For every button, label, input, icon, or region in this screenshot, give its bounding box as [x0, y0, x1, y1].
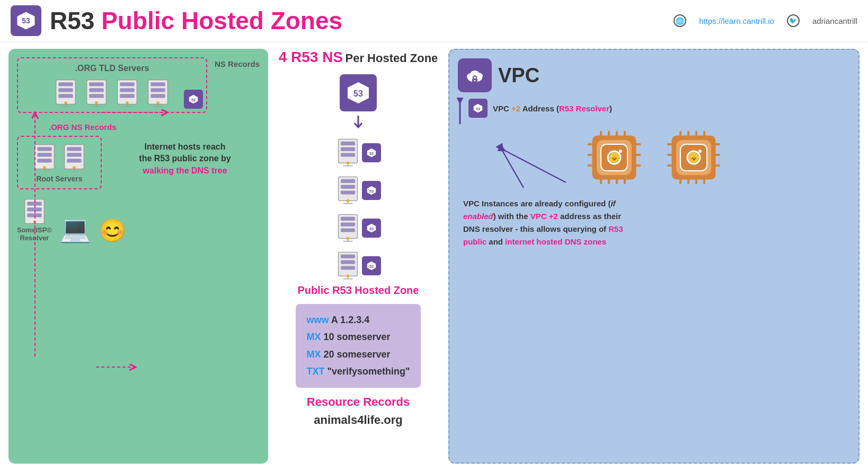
root-server-icon-2	[61, 142, 87, 171]
svg-point-19	[126, 101, 129, 105]
vpc-resolver-row: 53 VPC +2 Address (R53 Resolver)	[468, 99, 850, 118]
ec2-instance-2: 😺	[665, 128, 723, 189]
domain-label: animals4life.org	[314, 413, 403, 427]
twitter-handle: adriancantrill	[812, 16, 857, 25]
tld-label: .ORG TLD Servers	[25, 64, 199, 73]
person-icon: 😊	[99, 220, 126, 242]
vpc-description: VPC Instances are already configured (if…	[458, 197, 850, 248]
root-servers	[31, 142, 87, 171]
svg-rect-17	[120, 88, 135, 92]
tld-box: .ORG TLD Servers	[17, 57, 207, 113]
svg-point-67	[346, 199, 349, 202]
svg-rect-2	[59, 82, 74, 86]
svg-point-95	[474, 80, 476, 82]
svg-rect-34	[37, 159, 52, 162]
ns-server-1: 53	[336, 138, 381, 167]
left-panel: .ORG TLD Servers	[8, 49, 268, 464]
svg-rect-11	[90, 94, 104, 98]
svg-rect-3	[59, 88, 74, 92]
svg-text:😺: 😺	[690, 154, 698, 162]
ec2-instances-row: 😺	[458, 128, 850, 189]
svg-point-42	[73, 166, 76, 169]
dns-records-box: www A 1.2.3.4 MX 10 someserver MX 20 som…	[296, 304, 420, 388]
isp-label: SomeISP© Resolver	[17, 226, 52, 242]
svg-rect-9	[90, 82, 104, 86]
server-icon-3	[114, 77, 140, 107]
learn-link[interactable]: https://learn.cantrill.io	[699, 16, 774, 25]
r53-main-icon: 53	[340, 74, 377, 111]
svg-point-93	[470, 71, 480, 78]
ns-records-label: NS Records	[212, 59, 260, 68]
ns-servers-column: 53	[336, 138, 381, 280]
svg-rect-84	[341, 266, 355, 269]
svg-rect-57	[341, 153, 355, 156]
server-icon-1	[52, 77, 79, 107]
aws-r53-logo: 53	[11, 5, 41, 36]
svg-rect-16	[120, 82, 135, 86]
svg-rect-18	[120, 94, 135, 98]
ns-server-4: 53	[336, 251, 381, 280]
internet-hosts-text: Internet hosts reach the R53 public zone…	[110, 141, 260, 177]
svg-rect-41	[67, 159, 82, 162]
svg-rect-55	[341, 142, 355, 145]
svg-rect-66	[341, 190, 355, 194]
dns-record-txt: TXT "verifysomething"	[306, 363, 410, 380]
public-zone-label: Public R53 Hosted Zone	[298, 284, 419, 297]
ns-server-icon-3	[336, 213, 360, 242]
svg-text:53: 53	[353, 89, 363, 98]
down-arrow-svg	[350, 116, 366, 132]
ns-r53-badge-2: 53	[362, 181, 381, 200]
svg-text:53: 53	[369, 151, 373, 155]
vpc-title-text: VPC	[498, 64, 539, 87]
root-label: Root Servers	[36, 175, 82, 183]
svg-text:53: 53	[22, 16, 30, 25]
svg-rect-10	[90, 88, 104, 92]
svg-point-58	[346, 162, 349, 164]
resource-records-label: Resource Records	[307, 395, 410, 409]
twitter-icon: 🐦	[787, 14, 800, 27]
isp-box: SomeISP© Resolver	[17, 197, 52, 242]
svg-rect-75	[341, 228, 355, 232]
svg-point-76	[346, 237, 349, 240]
dns-record-www: www A 1.2.3.4	[306, 311, 410, 328]
page-title: R53 Public Hosted Zones	[50, 6, 674, 35]
laptop-icon: 💻	[59, 216, 91, 242]
server-icon-4	[145, 77, 171, 107]
tld-servers	[25, 77, 199, 107]
ns-server-3: 53	[336, 213, 381, 242]
svg-text:53: 53	[369, 264, 373, 268]
svg-rect-83	[341, 260, 355, 264]
svg-rect-32	[37, 147, 52, 151]
svg-rect-48	[27, 213, 42, 217]
svg-rect-65	[341, 185, 355, 189]
svg-point-35	[43, 166, 46, 169]
svg-rect-39	[67, 147, 82, 151]
isp-server-icon	[21, 197, 48, 226]
svg-point-85	[346, 275, 349, 277]
header: 53 R53 Public Hosted Zones 🌐 https://lea…	[0, 0, 868, 42]
ec2-instance-1: 😺	[585, 128, 643, 189]
svg-point-116	[619, 150, 622, 153]
svg-text:53: 53	[369, 226, 373, 231]
svg-rect-40	[67, 153, 82, 156]
svg-rect-74	[341, 223, 355, 227]
ns-r53-badge-1: 53	[362, 143, 381, 162]
vpc-r53-icon: 53	[468, 99, 488, 118]
svg-rect-23	[151, 82, 166, 86]
ns-server-icon-2	[336, 176, 360, 205]
svg-rect-24	[151, 88, 166, 92]
dns-record-mx2: MX 20 someserver	[306, 346, 410, 363]
org-ns-label: .ORG NS Records	[49, 123, 260, 132]
svg-text:53: 53	[369, 188, 373, 193]
vpc-resolver-text: VPC +2 Address (R53 Resolver)	[493, 104, 612, 113]
server-icon-2	[83, 77, 110, 107]
ns-per-zone-heading: 4 R53 NS Per Hosted Zone	[279, 49, 438, 66]
middle-panel: 4 R53 NS Per Hosted Zone 53	[268, 49, 448, 464]
ns-r53-badge-3: 53	[362, 219, 381, 238]
svg-point-137	[698, 150, 702, 153]
svg-rect-33	[37, 153, 52, 156]
svg-point-49	[33, 221, 36, 224]
ns-server-icon-4	[336, 251, 360, 280]
r53-tld-badge: 53	[184, 90, 203, 109]
ns-r53-badge-4: 53	[362, 256, 381, 275]
